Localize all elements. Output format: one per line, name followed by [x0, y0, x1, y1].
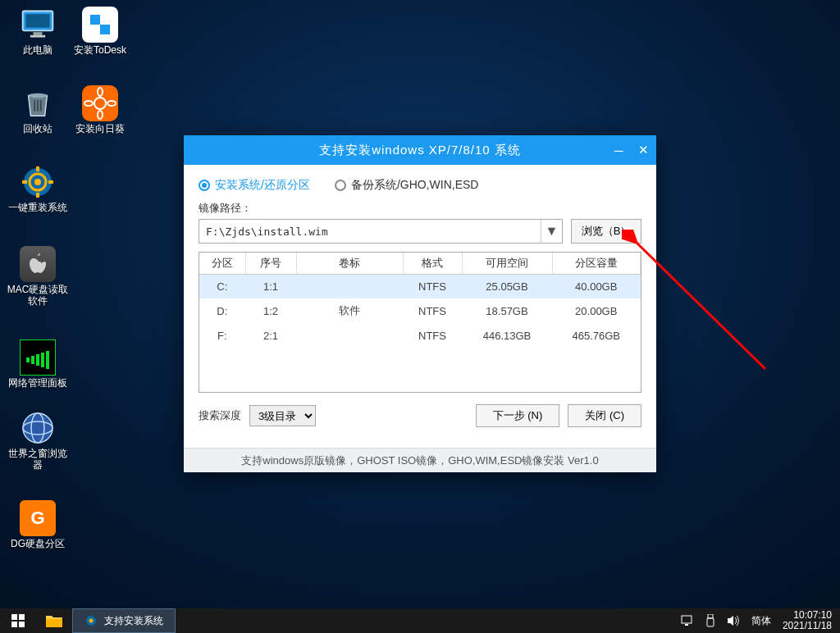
svg-rect-1	[25, 14, 49, 27]
desktop-icon-recycle-bin[interactable]: 回收站	[7, 85, 69, 134]
desktop-icon-this-pc[interactable]: 此电脑	[7, 7, 69, 56]
svg-point-31	[89, 619, 94, 623]
table-row[interactable]: D: 1:2 软件 NTFS 18.57GB 20.00GB	[199, 298, 641, 323]
col-partition: 分区	[199, 253, 245, 274]
svg-point-19	[94, 98, 106, 109]
radio-label: 安装系统/还原分区	[215, 178, 310, 193]
cell-free: 446.13GB	[462, 323, 552, 348]
radio-label: 备份系统/GHO,WIN,ESD	[351, 178, 479, 193]
window-body: 安装系统/还原分区 备份系统/GHO,WIN,ESD 镜像路径： ▼ 浏览（B）…	[184, 165, 656, 448]
svg-point-23	[107, 101, 116, 106]
svg-rect-27	[11, 622, 17, 627]
col-index: 序号	[245, 253, 296, 274]
globe-icon	[20, 410, 56, 446]
radio-install-restore[interactable]: 安装系统/还原分区	[199, 178, 310, 193]
svg-point-22	[84, 101, 93, 106]
desktop-icon-world-browser[interactable]: 世界之窗浏览器	[7, 410, 69, 471]
svg-point-20	[98, 88, 103, 96]
col-volume: 卷标	[296, 253, 403, 274]
svg-rect-33	[685, 624, 688, 626]
desktop-icon-label: 一键重装系统	[7, 202, 69, 213]
volume-icon[interactable]	[727, 615, 740, 626]
desktop-icon-install-todesk[interactable]: 安装ToDesk	[69, 7, 131, 56]
cell-fs: NTFS	[403, 274, 462, 298]
svg-rect-26	[19, 614, 25, 620]
taskbar-app-installer[interactable]: 支持安装系统	[72, 608, 176, 633]
search-depth-select[interactable]: 3级目录	[249, 405, 316, 426]
desktop-icon-one-click-reinstall[interactable]: 一键重装系统	[7, 164, 69, 213]
svg-rect-11	[36, 193, 39, 198]
svg-rect-2	[34, 32, 43, 35]
radio-icon	[199, 180, 210, 191]
gear-icon	[20, 164, 56, 200]
image-path-input[interactable]	[199, 225, 541, 238]
network-icon[interactable]	[681, 615, 694, 626]
browse-button[interactable]: 浏览（B）	[571, 219, 641, 244]
clock-date: 2021/11/18	[783, 621, 832, 631]
svg-rect-10	[36, 166, 39, 171]
svg-rect-3	[30, 35, 45, 38]
svg-rect-34	[708, 614, 713, 618]
col-size: 分区容量	[552, 253, 641, 274]
cell-partition: D:	[199, 298, 245, 323]
window-footer: 支持windows原版镜像，GHOST ISO镜像，GHO,WIM,ESD镜像安…	[184, 448, 656, 472]
svg-point-4	[29, 93, 48, 98]
cell-index: 1:2	[245, 298, 296, 323]
svg-rect-28	[19, 622, 25, 627]
system-tray: 简体 10:07:10 2021/11/18	[673, 608, 840, 633]
desktop-icon-mac-disk[interactable]: MAC硬盘读取软件	[7, 246, 69, 307]
image-path-label: 镜像路径：	[199, 201, 641, 216]
desktop-icon-label: 回收站	[7, 123, 69, 134]
close-button[interactable]: ✕	[635, 142, 651, 158]
titlebar[interactable]: 支持安装windows XP/7/8/10 系统 ─ ✕	[184, 135, 656, 165]
window-title: 支持安装windows XP/7/8/10 系统	[184, 143, 656, 158]
installer-window: 支持安装windows XP/7/8/10 系统 ─ ✕ 安装系统/还原分区 备…	[184, 135, 656, 472]
gear-icon	[84, 614, 98, 627]
clock[interactable]: 10:07:10 2021/11/18	[783, 610, 835, 631]
quick-launch-explorer[interactable]	[36, 608, 72, 633]
desktop-icon-label: DG硬盘分区	[7, 538, 69, 549]
apple-disk-icon	[20, 246, 56, 282]
cell-size: 40.00GB	[552, 274, 641, 298]
table-row[interactable]: F: 2:1 NTFS 446.13GB 465.76GB	[199, 323, 641, 348]
cell-partition: C:	[199, 274, 245, 298]
todesk-icon	[82, 7, 118, 43]
svg-rect-6	[37, 100, 39, 111]
ime-indicator[interactable]: 简体	[751, 614, 771, 628]
trash-icon	[20, 85, 56, 121]
taskbar-app-label: 支持安装系统	[104, 614, 163, 628]
close-window-button[interactable]: 关闭 (C)	[568, 404, 641, 427]
dropdown-arrow-icon[interactable]: ▼	[541, 220, 562, 243]
next-button[interactable]: 下一步 (N)	[476, 404, 560, 427]
desktop-icon-dg-partition[interactable]: G DG硬盘分区	[7, 500, 69, 549]
cell-free: 18.57GB	[462, 298, 552, 323]
image-path-combo[interactable]: ▼	[199, 219, 563, 244]
cell-volume	[296, 323, 403, 348]
desktop-icon-label: 此电脑	[7, 44, 69, 56]
cell-size: 465.76GB	[552, 323, 641, 348]
desktop-icon-label: 世界之窗浏览器	[7, 448, 69, 471]
sunflower-icon	[82, 85, 118, 121]
svg-rect-13	[48, 180, 53, 184]
desktop-icon-label: 安装向日葵	[69, 123, 131, 134]
radio-icon	[335, 180, 346, 191]
taskbar: 支持安装系统 简体 10:07:10 2021/11/18	[0, 608, 840, 633]
minimize-button[interactable]: ─	[610, 142, 627, 158]
desktop-icon-install-sunflower[interactable]: 安装向日葵	[69, 85, 131, 134]
partition-table: 分区 序号 卷标 格式 可用空间 分区容量 C: 1:1 NTFS 25.05	[199, 252, 641, 393]
cell-index: 1:1	[245, 274, 296, 298]
cell-size: 20.00GB	[552, 298, 641, 323]
radio-backup[interactable]: 备份系统/GHO,WIN,ESD	[335, 178, 479, 193]
start-button[interactable]	[0, 608, 36, 633]
svg-rect-12	[22, 180, 27, 184]
svg-rect-32	[682, 616, 692, 623]
cell-fs: NTFS	[403, 323, 462, 348]
svg-rect-5	[34, 100, 35, 111]
network-bars-icon	[20, 339, 56, 376]
svg-rect-35	[707, 618, 714, 626]
cell-partition: F:	[199, 323, 245, 348]
cell-fs: NTFS	[403, 298, 462, 323]
table-row[interactable]: C: 1:1 NTFS 25.05GB 40.00GB	[199, 274, 641, 298]
usb-icon[interactable]	[705, 614, 715, 627]
desktop-icon-network-panel[interactable]: 网络管理面板	[7, 336, 69, 389]
